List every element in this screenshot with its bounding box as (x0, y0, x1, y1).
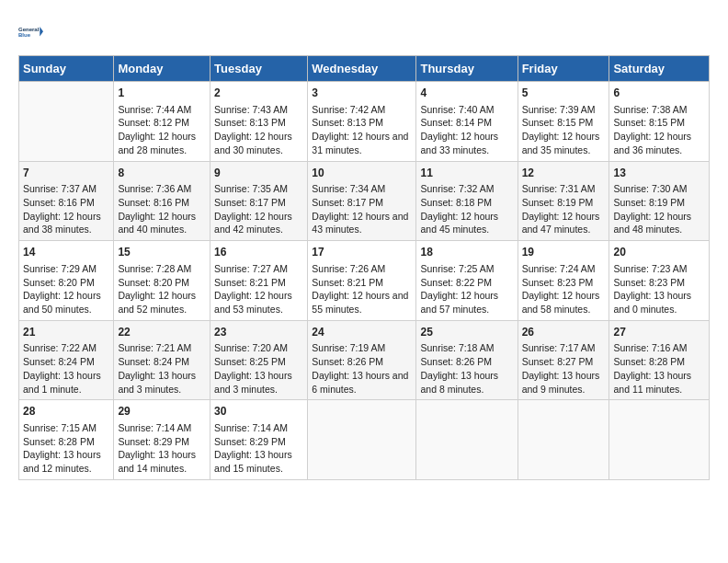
day-number: 7 (23, 166, 109, 181)
daylight-text: Daylight: 12 hours and 57 minutes. (420, 289, 513, 316)
svg-text:General: General (18, 27, 40, 32)
sunset-text: Sunset: 8:28 PM (613, 355, 705, 369)
sunset-text: Sunset: 8:17 PM (214, 196, 303, 210)
cell-week0-day5: 5Sunrise: 7:39 AMSunset: 8:15 PMDaylight… (518, 82, 609, 162)
day-number: 9 (214, 166, 303, 181)
daylight-text: Daylight: 12 hours and 36 minutes. (613, 130, 705, 156)
sunrise-text: Sunrise: 7:29 AM (23, 262, 109, 276)
cell-week2-day3: 17Sunrise: 7:26 AMSunset: 8:21 PMDayligh… (308, 241, 416, 321)
cell-week1-day2: 9Sunrise: 7:35 AMSunset: 8:17 PMDaylight… (210, 161, 308, 241)
sunset-text: Sunset: 8:13 PM (312, 116, 412, 130)
sunrise-text: Sunrise: 7:44 AM (118, 103, 206, 117)
day-number: 13 (613, 166, 705, 181)
col-header-thursday: Thursday (416, 56, 518, 82)
day-number: 23 (214, 325, 303, 340)
sunrise-text: Sunrise: 7:20 AM (214, 341, 303, 355)
day-number: 10 (312, 166, 412, 181)
sunset-text: Sunset: 8:24 PM (118, 355, 206, 369)
cell-week2-day6: 20Sunrise: 7:23 AMSunset: 8:23 PMDayligh… (609, 241, 710, 321)
day-number: 24 (312, 325, 412, 340)
daylight-text: Daylight: 13 hours and 3 minutes. (214, 369, 303, 396)
sunrise-text: Sunrise: 7:42 AM (312, 103, 412, 117)
daylight-text: Daylight: 12 hours and 52 minutes. (118, 289, 206, 316)
day-number: 29 (118, 404, 206, 419)
cell-week3-day0: 21Sunrise: 7:22 AMSunset: 8:24 PMDayligh… (19, 320, 114, 400)
cell-week4-day2: 30Sunrise: 7:14 AMSunset: 8:29 PMDayligh… (210, 400, 308, 480)
sunrise-text: Sunrise: 7:16 AM (613, 341, 705, 355)
sunrise-text: Sunrise: 7:17 AM (522, 341, 606, 355)
sunrise-text: Sunrise: 7:35 AM (214, 182, 303, 196)
daylight-text: Daylight: 12 hours and 50 minutes. (23, 289, 109, 316)
daylight-text: Daylight: 13 hours and 8 minutes. (420, 369, 513, 396)
day-number: 28 (23, 404, 109, 419)
daylight-text: Daylight: 12 hours and 42 minutes. (214, 210, 303, 236)
daylight-text: Daylight: 12 hours and 55 minutes. (312, 289, 412, 316)
daylight-text: Daylight: 13 hours and 6 minutes. (312, 369, 412, 396)
sunrise-text: Sunrise: 7:39 AM (522, 103, 606, 117)
daylight-text: Daylight: 13 hours and 14 minutes. (118, 448, 206, 475)
sunset-text: Sunset: 8:15 PM (522, 116, 606, 130)
cell-week2-day1: 15Sunrise: 7:28 AMSunset: 8:20 PMDayligh… (114, 241, 210, 321)
daylight-text: Daylight: 12 hours and 53 minutes. (214, 289, 303, 316)
sunset-text: Sunset: 8:20 PM (118, 276, 206, 290)
day-number: 30 (214, 404, 303, 419)
day-number: 1 (118, 86, 206, 101)
daylight-text: Daylight: 12 hours and 43 minutes. (312, 210, 412, 236)
sunset-text: Sunset: 8:26 PM (420, 355, 513, 369)
day-number: 11 (420, 166, 513, 181)
day-number: 21 (23, 325, 109, 340)
daylight-text: Daylight: 12 hours and 30 minutes. (214, 130, 303, 156)
cell-week1-day3: 10Sunrise: 7:34 AMSunset: 8:17 PMDayligh… (308, 161, 416, 241)
sunrise-text: Sunrise: 7:37 AM (23, 182, 109, 196)
daylight-text: Daylight: 12 hours and 58 minutes. (522, 289, 606, 316)
sunrise-text: Sunrise: 7:32 AM (420, 182, 513, 196)
sunset-text: Sunset: 8:20 PM (23, 276, 109, 290)
sunset-text: Sunset: 8:28 PM (23, 435, 109, 449)
logo-icon: GeneralBlue (18, 18, 46, 46)
sunrise-text: Sunrise: 7:30 AM (613, 182, 705, 196)
daylight-text: Daylight: 12 hours and 33 minutes. (420, 130, 513, 156)
cell-week4-day4 (416, 400, 518, 480)
daylight-text: Daylight: 13 hours and 9 minutes. (522, 369, 606, 396)
cell-week0-day6: 6Sunrise: 7:38 AMSunset: 8:15 PMDaylight… (609, 82, 710, 162)
cell-week1-day6: 13Sunrise: 7:30 AMSunset: 8:19 PMDayligh… (609, 161, 710, 241)
sunset-text: Sunset: 8:26 PM (312, 355, 412, 369)
cell-week2-day5: 19Sunrise: 7:24 AMSunset: 8:23 PMDayligh… (518, 241, 609, 321)
daylight-text: Daylight: 12 hours and 40 minutes. (118, 210, 206, 236)
sunset-text: Sunset: 8:21 PM (312, 276, 412, 290)
sunrise-text: Sunrise: 7:15 AM (23, 421, 109, 435)
day-number: 20 (613, 245, 705, 260)
daylight-text: Daylight: 13 hours and 0 minutes. (613, 289, 705, 316)
day-number: 17 (312, 245, 412, 260)
sunset-text: Sunset: 8:21 PM (214, 276, 303, 290)
sunset-text: Sunset: 8:12 PM (118, 116, 206, 130)
cell-week4-day5 (518, 400, 609, 480)
sunrise-text: Sunrise: 7:23 AM (613, 262, 705, 276)
cell-week1-day4: 11Sunrise: 7:32 AMSunset: 8:18 PMDayligh… (416, 161, 518, 241)
sunset-text: Sunset: 8:23 PM (613, 276, 705, 290)
sunset-text: Sunset: 8:19 PM (613, 196, 705, 210)
col-header-sunday: Sunday (19, 56, 114, 82)
cell-week0-day0 (19, 82, 114, 162)
sunset-text: Sunset: 8:22 PM (420, 276, 513, 290)
day-number: 27 (613, 325, 705, 340)
daylight-text: Daylight: 12 hours and 31 minutes. (312, 130, 412, 156)
day-number: 4 (420, 86, 513, 101)
col-header-saturday: Saturday (609, 56, 710, 82)
cell-week1-day5: 12Sunrise: 7:31 AMSunset: 8:19 PMDayligh… (518, 161, 609, 241)
cell-week3-day2: 23Sunrise: 7:20 AMSunset: 8:25 PMDayligh… (210, 320, 308, 400)
sunset-text: Sunset: 8:14 PM (420, 116, 513, 130)
daylight-text: Daylight: 12 hours and 45 minutes. (420, 210, 513, 236)
sunset-text: Sunset: 8:19 PM (522, 196, 606, 210)
cell-week0-day4: 4Sunrise: 7:40 AMSunset: 8:14 PMDaylight… (416, 82, 518, 162)
page-header: GeneralBlue (18, 18, 710, 46)
day-number: 5 (522, 86, 606, 101)
sunrise-text: Sunrise: 7:24 AM (522, 262, 606, 276)
day-number: 8 (118, 166, 206, 181)
day-number: 26 (522, 325, 606, 340)
sunset-text: Sunset: 8:16 PM (118, 196, 206, 210)
day-number: 16 (214, 245, 303, 260)
sunrise-text: Sunrise: 7:31 AM (522, 182, 606, 196)
daylight-text: Daylight: 12 hours and 38 minutes. (23, 210, 109, 236)
cell-week1-day1: 8Sunrise: 7:36 AMSunset: 8:16 PMDaylight… (114, 161, 210, 241)
